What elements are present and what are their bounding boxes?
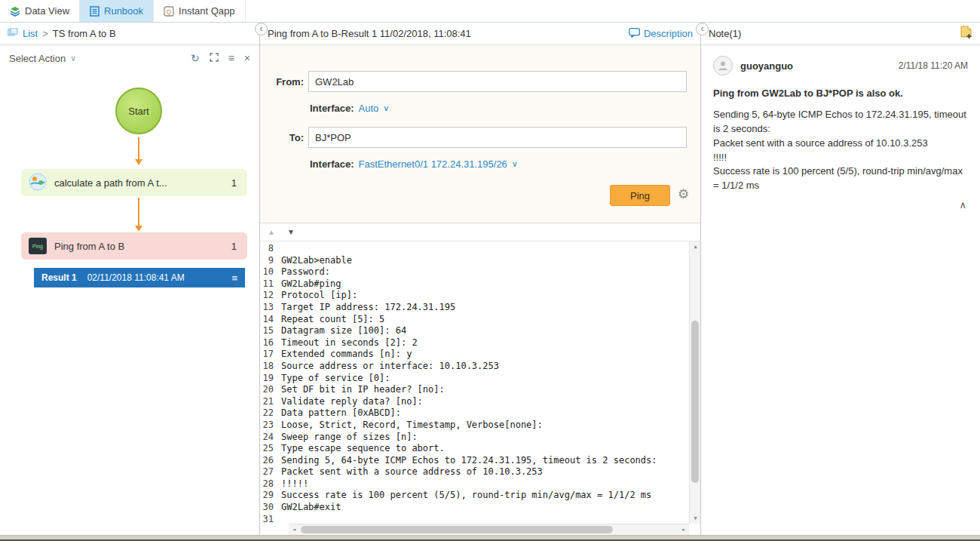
from-interface-dropdown[interactable]: Interface: Auto ∨ <box>310 103 389 114</box>
add-note-icon[interactable] <box>960 26 972 41</box>
scrollbar-thumb[interactable] <box>691 321 699 483</box>
flow-connector-arrow <box>138 137 139 163</box>
list-icon <box>8 28 18 39</box>
description-label: Description <box>644 28 693 39</box>
console-line: 16Timeout in seconds [2]: 2 <box>260 337 700 349</box>
scroll-right-icon[interactable]: ► <box>678 524 689 535</box>
console-line: 27Packet sent with a source address of 1… <box>260 466 700 478</box>
scroll-up-icon[interactable]: ▲ <box>268 228 275 236</box>
flow-node-ping[interactable]: Ping Ping from A to B 1 <box>21 232 247 260</box>
description-bubble-icon <box>629 28 640 40</box>
tab-label: Data View <box>25 5 69 17</box>
breadcrumb-separator: > <box>42 28 48 39</box>
path-calc-icon <box>29 173 47 193</box>
console-toolbar: ▲ ▼ <box>260 223 700 241</box>
console-line: 13Target IP address: 172.24.31.195 <box>260 302 700 314</box>
scroll-down-icon[interactable]: ▼ <box>690 513 700 524</box>
console-line: 21Validate reply data? [no]: <box>260 396 700 408</box>
window-bottom-scrollbar[interactable] <box>0 535 980 541</box>
console-section: ▲ ▼ 89GW2Lab>enable10Password:11GW2Lab#p… <box>260 223 700 535</box>
to-label: To: <box>260 132 304 143</box>
tab-instant-qapp[interactable]: Q Instant Qapp <box>154 0 245 22</box>
tab-label: Runbook <box>104 5 143 17</box>
note-item: guoyanguo 2/11/18 11:20 AM Ping from GW2… <box>701 45 980 215</box>
node-count: 1 <box>231 177 237 189</box>
console-line: 17Extended commands [n]: y <box>260 349 700 361</box>
chevron-down-icon: ∨ <box>512 159 518 169</box>
horizontal-scrollbar[interactable]: ◄ ► <box>289 524 689 535</box>
flow-node-calculate-path[interactable]: calculate a path from A t... 1 <box>21 169 247 196</box>
result-timestamp: 02/11/2018 11:08:41 AM <box>87 272 185 283</box>
from-input[interactable] <box>308 71 687 92</box>
tab-runbook[interactable]: Runbook <box>80 0 154 22</box>
result-item[interactable]: Result 1 02/11/2018 11:08:41 AM ≡ <box>34 268 245 287</box>
gear-icon[interactable]: ⚙ <box>678 188 689 201</box>
refresh-icon[interactable]: ↻ <box>191 52 200 64</box>
console-line: 22Data pattern [0xABCD]: <box>260 407 700 420</box>
flow-connector-arrow <box>138 198 139 229</box>
console-line: 24Sweep range of sizes [n]: <box>260 432 700 444</box>
console-line: 28!!!!! <box>260 478 700 490</box>
collapse-left-panel-button[interactable]: ‹ <box>255 23 268 35</box>
console-line: 15Datagram size [100]: 64 <box>260 325 700 337</box>
scroll-left-icon[interactable]: ◄ <box>289 524 299 535</box>
collapse-middle-panel-button[interactable]: ‹ <box>696 23 709 35</box>
menu-icon[interactable]: ≡ <box>228 52 234 64</box>
flow-toolbar: Select Action ∨ ↻ ≡ × <box>0 45 259 71</box>
select-action-dropdown[interactable]: Select Action ∨ <box>9 53 76 64</box>
chevron-down-icon: ∨ <box>383 103 389 113</box>
console-line: 20Set DF bit in IP header? [no]: <box>260 384 700 396</box>
description-link[interactable]: Description <box>629 28 693 40</box>
flow-start-node[interactable]: Start <box>115 88 162 134</box>
tab-bar: Data View Runbook Q Instant Qapp <box>0 0 980 23</box>
node-label: calculate a path from A t... <box>54 177 167 189</box>
note-timestamp: 2/11/18 11:20 AM <box>899 60 968 71</box>
result-menu-icon[interactable]: ≡ <box>231 272 237 284</box>
scroll-up-icon[interactable]: ▲ <box>690 241 700 252</box>
interface-value: FastEthernet0/1 172.24.31.195/26 <box>359 158 507 170</box>
flow-canvas: Start calculate a path from A t... 1 Pin… <box>0 71 259 535</box>
to-interface-dropdown[interactable]: Interface: FastEthernet0/1 172.24.31.195… <box>310 158 518 170</box>
scroll-down-icon[interactable]: ▼ <box>287 228 295 236</box>
console-line: 18Source address or interface: 10.10.3.2… <box>260 361 700 373</box>
collapse-note-icon[interactable]: ∧ <box>713 199 968 211</box>
interface-value: Auto <box>359 103 379 114</box>
result-panel-title: Ping from A to B-Result 1 11/02/2018, 11… <box>268 28 471 39</box>
ping-terminal-icon: Ping <box>29 238 47 254</box>
tab-label: Instant Qapp <box>179 5 234 17</box>
node-label: Ping from A to B <box>54 241 124 252</box>
to-input[interactable] <box>308 127 687 148</box>
note-title: Ping from GW2Lab to BJ*POP is also ok. <box>713 88 968 99</box>
console-line: 26Sending 5, 64-byte ICMP Echos to 172.2… <box>260 455 700 467</box>
console-line: 23Loose, Strict, Record, Timestamp, Verb… <box>260 420 700 432</box>
interface-label: Interface: <box>310 158 354 170</box>
select-action-label: Select Action <box>9 53 66 64</box>
console-line: 12Protocol [ip]: <box>260 290 700 302</box>
breadcrumb-list-link[interactable]: List <box>23 28 38 39</box>
app-window: Data View Runbook Q Instant Qapp List > <box>0 0 980 541</box>
console-line: 25Type escape sequence to abort. <box>260 443 700 455</box>
ping-form: From: Interface: Auto ∨ To: Interface: F… <box>260 45 700 223</box>
node-count: 1 <box>231 241 237 252</box>
console-line: 19Type of service [0]: <box>260 373 700 385</box>
ping-button[interactable]: Ping <box>610 185 670 206</box>
fit-screen-icon[interactable] <box>210 52 219 64</box>
console-line: 8 <box>260 243 700 255</box>
runbook-icon <box>90 6 100 17</box>
note-body: Sending 5, 64-byte ICMP Echos to 172.24.… <box>713 108 968 193</box>
avatar <box>713 56 733 75</box>
console-output[interactable]: 89GW2Lab>enable10Password:11GW2Lab#ping1… <box>260 241 700 535</box>
console-line: 14Repeat count [5]: 5 <box>260 314 700 326</box>
vertical-scrollbar[interactable]: ▲ ▼ <box>689 241 700 524</box>
tab-data-view[interactable]: Data View <box>0 0 80 22</box>
scrollbar-thumb[interactable] <box>301 526 613 533</box>
result-label: Result 1 <box>41 272 77 283</box>
svg-text:Q: Q <box>167 8 172 15</box>
console-line: 10Password: <box>260 266 700 278</box>
console-line: 11GW2Lab#ping <box>260 278 700 290</box>
data-view-icon <box>10 6 20 17</box>
instant-qapp-icon: Q <box>164 6 174 17</box>
console-line: 9GW2Lab>enable <box>260 255 700 267</box>
console-line: 29Success rate is 100 percent (5/5), rou… <box>260 490 700 502</box>
close-icon[interactable]: × <box>244 52 250 64</box>
